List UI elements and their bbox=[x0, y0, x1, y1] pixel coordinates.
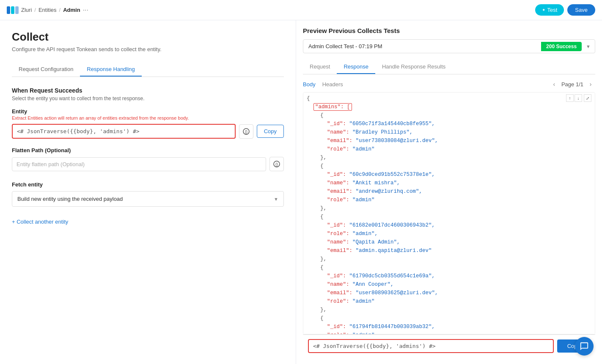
json-line: "_id": "6050c71f3a145440cb8fe955", bbox=[307, 120, 591, 128]
bottom-expression-input[interactable] bbox=[308, 339, 554, 353]
json-line: }, bbox=[307, 204, 591, 213]
fetch-entity-label: Fetch entity bbox=[12, 181, 284, 188]
json-line: "_id": "61790dc5cb0355d654c1e69a", bbox=[307, 272, 591, 280]
nav-actions: Test Save bbox=[535, 4, 595, 16]
json-viewer: ↑ ↓ ⤢ { "admins": [ { "_id": "6050c71f3a… bbox=[303, 92, 595, 334]
test-chevron-icon[interactable]: ▼ bbox=[582, 41, 595, 52]
body-tab-headers[interactable]: Headers bbox=[322, 81, 343, 88]
json-line: "name": "Bradley Phillips", bbox=[307, 128, 591, 137]
json-line: "email": "user808903625@zluri.dev", bbox=[307, 289, 591, 297]
main-layout: Collect Configure the API request Tonkea… bbox=[0, 20, 602, 364]
section-title-when-request-succeeds: When Request Succeeds bbox=[12, 87, 284, 94]
save-button[interactable]: Save bbox=[567, 4, 595, 16]
json-line: "_id": "61682e0017dc4600306943b2", bbox=[307, 221, 591, 230]
top-nav: Zluri / Entities / Admin ··· Test Save bbox=[0, 0, 602, 20]
resp-tab-request[interactable]: Request bbox=[303, 60, 337, 74]
json-line: "_id": "61794fb810447b003039ab32", bbox=[307, 323, 591, 331]
fetch-select-wrapper: Build new entity using the received payl… bbox=[12, 191, 284, 207]
json-line: { bbox=[307, 314, 591, 323]
breadcrumb-entities[interactable]: Entities bbox=[38, 7, 57, 13]
body-tabs: Body Headers bbox=[303, 81, 343, 88]
flatten-icon-button[interactable]: {} bbox=[269, 157, 284, 171]
json-line: "role": "admin", bbox=[307, 230, 591, 238]
page-indicator: Page 1/1 bbox=[561, 81, 583, 88]
svg-rect-0 bbox=[7, 6, 10, 14]
json-line: "email": "admin.qapita@zluri.dev" bbox=[307, 246, 591, 255]
json-scroll-up-button[interactable]: ↑ bbox=[566, 94, 574, 102]
breadcrumb-sep-1: / bbox=[34, 7, 36, 13]
json-actions: ↑ ↓ ⤢ bbox=[566, 94, 591, 102]
breadcrumb-admin: Admin bbox=[63, 7, 80, 13]
json-line: "role": "admin" bbox=[307, 297, 591, 306]
preview-title: Preview Previous Collects Tests bbox=[303, 27, 595, 34]
svg-rect-2 bbox=[15, 6, 19, 14]
resp-tab-response[interactable]: Response bbox=[337, 60, 375, 74]
json-line: }, bbox=[307, 255, 591, 263]
flatten-path-label: Flatten Path (Optional) bbox=[12, 147, 284, 153]
breadcrumb-sep-2: / bbox=[59, 7, 61, 13]
tab-response-handling[interactable]: Response Handling bbox=[80, 63, 141, 77]
fetch-entity-value: Build new entity using the received payl… bbox=[17, 196, 123, 202]
json-line: "role": "admin", bbox=[307, 331, 591, 334]
json-line: "admins": [ bbox=[307, 103, 591, 111]
response-tabs: Request Response Handle Response Results bbox=[303, 60, 595, 74]
json-line: { bbox=[307, 94, 591, 103]
json-line: "name": "Ann Cooper", bbox=[307, 280, 591, 289]
resp-tab-handle-response[interactable]: Handle Response Results bbox=[375, 60, 452, 74]
json-line: "name": "Qapita Admin", bbox=[307, 238, 591, 246]
json-line: { bbox=[307, 263, 591, 272]
json-line: "name": "Ankit mishra", bbox=[307, 179, 591, 187]
tabs: Request Configuration Response Handling bbox=[12, 63, 284, 77]
entity-input-row: {} Copy bbox=[12, 124, 284, 139]
left-panel: Collect Configure the API request Tonkea… bbox=[0, 20, 296, 364]
test-name: Admin Collect Test - 07:19 PM bbox=[303, 40, 541, 53]
section-desc-when-request-succeeds: Select the entity you want to collect fr… bbox=[12, 96, 284, 101]
json-line: "role": "admin" bbox=[307, 196, 591, 204]
test-button[interactable]: Test bbox=[535, 4, 564, 16]
chat-bubble[interactable] bbox=[575, 337, 594, 356]
extract-entities-button[interactable]: Copy bbox=[257, 125, 284, 138]
flatten-input-row: {} bbox=[12, 157, 284, 171]
entity-icon-button[interactable]: {} bbox=[239, 124, 253, 139]
json-expand-button[interactable]: ⤢ bbox=[584, 94, 591, 102]
svg-rect-1 bbox=[11, 6, 14, 14]
breadcrumb: Zluri / Entities / Admin ··· bbox=[7, 6, 88, 14]
fetch-entity-select[interactable]: Build new entity using the received payl… bbox=[12, 191, 284, 207]
json-line: "email": "andrew@zlurihq.com", bbox=[307, 187, 591, 196]
json-scroll-down-button[interactable]: ↓ bbox=[575, 94, 582, 102]
json-line: "_id": "60c9d0ced91b552c75378e1e", bbox=[307, 170, 591, 179]
page-nav: ‹ Page 1/1 › bbox=[550, 79, 595, 89]
json-line: "email": "user738038084@zluri.dev", bbox=[307, 137, 591, 145]
success-badge: 200 Success bbox=[541, 42, 582, 51]
page-subtitle: Configure the API request Tonkean sends … bbox=[12, 46, 284, 52]
test-selector[interactable]: Admin Collect Test - 07:19 PM 200 Succes… bbox=[303, 39, 595, 53]
zluri-logo bbox=[7, 6, 19, 14]
svg-text:{}: {} bbox=[245, 130, 247, 134]
breadcrumb-more[interactable]: ··· bbox=[83, 6, 88, 14]
flatten-input[interactable] bbox=[12, 157, 266, 171]
json-line: "role": "admin" bbox=[307, 145, 591, 153]
json-line: { bbox=[307, 162, 591, 170]
fetch-chevron-icon: ▼ bbox=[274, 197, 278, 202]
page-title: Collect bbox=[12, 30, 284, 44]
entity-note: Extract Entities action will return an a… bbox=[12, 115, 284, 120]
tab-request-configuration[interactable]: Request Configuration bbox=[12, 63, 80, 77]
breadcrumb-zluri[interactable]: Zluri bbox=[21, 7, 32, 13]
json-line: { bbox=[307, 213, 591, 221]
body-nav: Body Headers ‹ Page 1/1 › bbox=[303, 79, 595, 89]
entity-label: Entity bbox=[12, 108, 284, 115]
body-tab-body[interactable]: Body bbox=[303, 81, 316, 88]
svg-text:{}: {} bbox=[275, 162, 278, 167]
page-next-button[interactable]: › bbox=[586, 79, 595, 89]
collect-another-link[interactable]: + Collect another entity bbox=[12, 219, 68, 225]
json-line: { bbox=[307, 111, 591, 120]
json-line: }, bbox=[307, 306, 591, 314]
entity-input[interactable] bbox=[12, 124, 236, 139]
right-panel: Preview Previous Collects Tests Admin Co… bbox=[296, 20, 602, 364]
page-prev-button[interactable]: ‹ bbox=[550, 79, 559, 89]
bottom-bar: Copy bbox=[303, 334, 595, 357]
json-line: }, bbox=[307, 153, 591, 162]
